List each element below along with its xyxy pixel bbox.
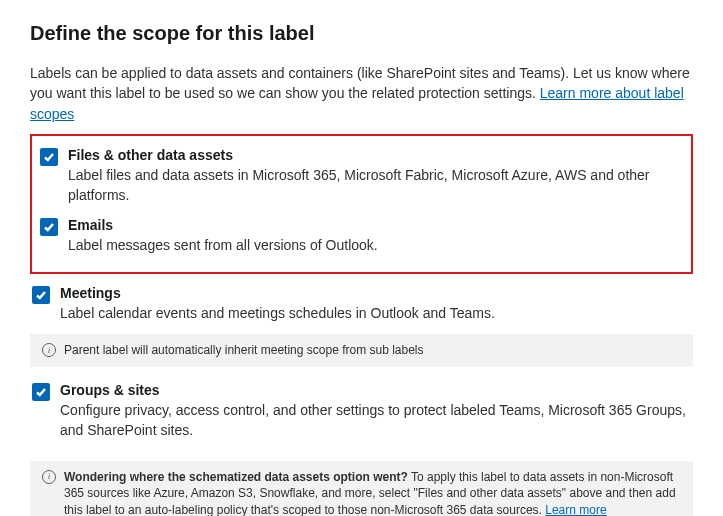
checkbox-meetings[interactable] [32,286,50,304]
meetings-info-bar: i Parent label will automatically inheri… [30,334,693,367]
schematized-question: Wondering where the schematized data ass… [64,470,408,484]
schematized-info-bar: i Wondering where the schematized data a… [30,461,693,516]
checkbox-emails[interactable] [40,218,58,236]
info-icon: i [42,343,56,357]
meetings-info-text: Parent label will automatically inherit … [64,342,681,359]
scope-groups-desc: Configure privacy, access control, and o… [60,401,691,440]
highlighted-scopes: Files & other data assets Label files an… [30,134,693,274]
checkmark-icon [43,151,55,163]
checkbox-files[interactable] [40,148,58,166]
checkmark-icon [35,289,47,301]
checkmark-icon [35,386,47,398]
scope-meetings: Meetings Label calendar events and meeti… [30,280,693,330]
scope-emails-desc: Label messages sent from all versions of… [68,236,683,256]
scope-files-title: Files & other data assets [68,146,683,166]
scope-emails-title: Emails [68,216,683,236]
scope-emails: Emails Label messages sent from all vers… [38,212,685,262]
scope-meetings-text: Meetings Label calendar events and meeti… [60,284,691,324]
scope-files-desc: Label files and data assets in Microsoft… [68,166,683,205]
scope-files-text: Files & other data assets Label files an… [68,146,683,206]
page-title: Define the scope for this label [30,22,693,45]
checkmark-icon [43,221,55,233]
intro-text: Labels can be applied to data assets and… [30,63,693,124]
scope-meetings-title: Meetings [60,284,691,304]
checkbox-groups[interactable] [32,383,50,401]
scope-meetings-desc: Label calendar events and meetings sched… [60,304,691,324]
schematized-info-text: Wondering where the schematized data ass… [64,469,681,516]
scope-groups-title: Groups & sites [60,381,691,401]
scope-emails-text: Emails Label messages sent from all vers… [68,216,683,256]
scope-groups: Groups & sites Configure privacy, access… [30,377,693,447]
scope-groups-text: Groups & sites Configure privacy, access… [60,381,691,441]
scope-files: Files & other data assets Label files an… [38,142,685,212]
info-icon: i [42,470,56,484]
learn-more-schematized-link[interactable]: Learn more [545,503,606,516]
